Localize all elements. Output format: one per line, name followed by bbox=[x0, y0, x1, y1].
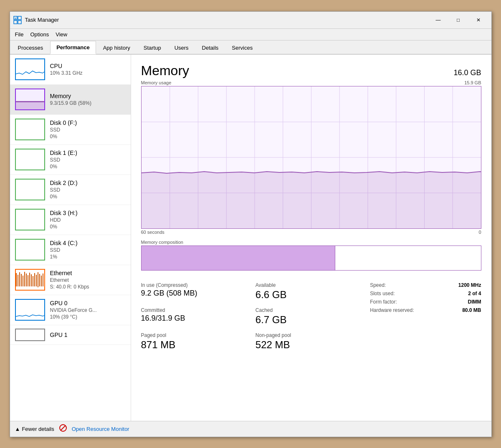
chart-main-area bbox=[142, 86, 481, 228]
svg-rect-28 bbox=[43, 273, 43, 286]
gpu0-thumbnail bbox=[15, 299, 45, 321]
disk4-mini-chart bbox=[16, 240, 44, 260]
tab-users[interactable]: Users bbox=[168, 41, 195, 54]
committed-value: 16.9/31.9 GB bbox=[141, 314, 252, 323]
tab-startup[interactable]: Startup bbox=[137, 41, 167, 54]
window-title: Task Manager bbox=[25, 17, 429, 23]
svg-rect-18 bbox=[26, 273, 27, 286]
disk2-name: Disk 2 (D:) bbox=[50, 180, 126, 186]
in-use-label: In use (Compressed) bbox=[141, 282, 252, 288]
maximize-button[interactable]: □ bbox=[449, 14, 468, 26]
committed-label: Committed bbox=[141, 307, 252, 313]
tab-bar: Processes Performance App history Startu… bbox=[10, 40, 491, 55]
memory-info: Memory 9.3/15.9 GB (58%) bbox=[50, 93, 126, 106]
disk3-thumbnail bbox=[15, 209, 45, 230]
slots-value: 2 of 4 bbox=[468, 291, 481, 296]
gpu0-info: GPU 0 NVIDIA GeForce G... 10% (39 °C) bbox=[50, 300, 126, 320]
time-start: 60 seconds bbox=[141, 230, 164, 235]
disk3-sub1: HDD bbox=[50, 217, 126, 223]
sidebar-scroll[interactable]: CPU 10% 3.31 GHz Memory 9.3 bbox=[10, 55, 131, 421]
resource-monitor-icon bbox=[59, 424, 67, 432]
svg-rect-23 bbox=[34, 273, 35, 286]
comp-available-segment bbox=[335, 246, 481, 270]
form-value: DIMM bbox=[468, 299, 481, 305]
in-use-value: 9.2 GB (508 MB) bbox=[141, 289, 252, 298]
svg-rect-1 bbox=[18, 16, 21, 20]
disk3-info: Disk 3 (H:) HDD 0% bbox=[50, 210, 126, 230]
bottom-bar: ▲ Fewer details Open Resource Monitor bbox=[10, 421, 491, 437]
form-item: Form factor: DIMM bbox=[370, 299, 481, 305]
open-resource-monitor-link[interactable]: Open Resource Monitor bbox=[72, 426, 129, 432]
svg-rect-22 bbox=[33, 276, 33, 286]
svg-rect-25 bbox=[38, 272, 38, 287]
paged-label: Paged pool bbox=[141, 332, 252, 338]
sidebar-item-cpu[interactable]: CPU 10% 3.31 GHz bbox=[10, 55, 131, 85]
sidebar-item-disk1[interactable]: Disk 1 (E:) SSD 0% bbox=[10, 145, 131, 175]
task-manager-window: Task Manager — □ ✕ File Options View Pro… bbox=[10, 11, 492, 437]
specs-group: Speed: 1200 MHz Slots used: 2 of 4 Form … bbox=[370, 282, 481, 351]
tab-performance[interactable]: Performance bbox=[50, 41, 96, 54]
disk3-sub2: 0% bbox=[50, 224, 126, 230]
tab-details[interactable]: Details bbox=[196, 41, 225, 54]
ethernet-name: Ethernet bbox=[50, 270, 126, 276]
memory-sub: 9.3/15.9 GB (58%) bbox=[50, 100, 126, 106]
composition-label: Memory composition bbox=[141, 240, 481, 245]
tab-processes[interactable]: Processes bbox=[12, 41, 50, 54]
svg-rect-20 bbox=[29, 273, 30, 286]
ethernet-sub1: Ethernet bbox=[50, 277, 126, 283]
svg-rect-26 bbox=[39, 274, 40, 286]
sidebar-item-gpu0[interactable]: GPU 0 NVIDIA GeForce G... 10% (39 °C) bbox=[10, 295, 131, 325]
svg-rect-21 bbox=[31, 274, 32, 286]
sidebar-item-disk4[interactable]: Disk 4 (C:) SSD 1% bbox=[10, 235, 131, 265]
sidebar-item-disk2[interactable]: Disk 2 (D:) SSD 0% bbox=[10, 175, 131, 205]
memory-total: 16.0 GB bbox=[453, 68, 481, 77]
ethernet-info: Ethernet Ethernet S: 40.0 R: 0 Kbps bbox=[50, 270, 126, 290]
stats-grid: In use (Compressed) 9.2 GB (508 MB) Avai… bbox=[141, 282, 481, 351]
tab-app-history[interactable]: App history bbox=[97, 41, 137, 54]
svg-rect-19 bbox=[28, 275, 28, 286]
sidebar-item-ethernet[interactable]: Ethernet Ethernet S: 40.0 R: 0 Kbps bbox=[10, 265, 131, 295]
slots-label: Slots used: bbox=[370, 291, 395, 296]
svg-line-45 bbox=[61, 425, 66, 430]
sidebar-item-gpu1[interactable]: GPU 1 bbox=[10, 325, 131, 345]
tab-services[interactable]: Services bbox=[225, 41, 259, 54]
stat-committed: Committed 16.9/31.9 GB bbox=[141, 307, 252, 326]
stat-in-use: In use (Compressed) 9.2 GB (508 MB) bbox=[141, 282, 252, 301]
minimize-button[interactable]: — bbox=[429, 14, 448, 26]
close-button[interactable]: ✕ bbox=[469, 14, 488, 26]
nonpaged-label: Non-paged pool bbox=[256, 332, 367, 338]
sidebar-item-disk0[interactable]: Disk 0 (F:) SSD 0% bbox=[10, 115, 131, 145]
speed-label: Speed: bbox=[370, 282, 386, 288]
usage-max: 15.9 GB bbox=[464, 80, 481, 85]
cached-value: 6.7 GB bbox=[256, 314, 367, 326]
form-label: Form factor: bbox=[370, 299, 397, 305]
memory-title: Memory bbox=[141, 63, 190, 78]
disk0-info: Disk 0 (F:) SSD 0% bbox=[50, 119, 126, 139]
sidebar-item-disk3[interactable]: Disk 3 (H:) HDD 0% bbox=[10, 205, 131, 235]
gpu0-name: GPU 0 bbox=[50, 300, 126, 306]
chart-time-row: 60 seconds 0 bbox=[141, 230, 481, 235]
right-panel: Memory 16.0 GB Memory usage 15.9 GB bbox=[131, 55, 491, 421]
disk2-thumbnail bbox=[15, 179, 45, 200]
disk3-name: Disk 3 (H:) bbox=[50, 210, 126, 216]
svg-rect-12 bbox=[16, 273, 17, 286]
disk0-name: Disk 0 (F:) bbox=[50, 119, 126, 126]
disk4-thumbnail bbox=[15, 239, 45, 261]
menu-file[interactable]: File bbox=[12, 30, 27, 39]
sidebar-item-memory[interactable]: Memory 9.3/15.9 GB (58%) bbox=[10, 85, 131, 115]
menu-options[interactable]: Options bbox=[27, 30, 52, 39]
stat-available: Available 6.6 GB bbox=[256, 282, 367, 301]
menu-view[interactable]: View bbox=[52, 30, 71, 39]
fewer-details-button[interactable]: ▲ Fewer details bbox=[15, 426, 54, 432]
reserved-item: Hardware reserved: 80.0 MB bbox=[370, 307, 481, 313]
disk4-info: Disk 4 (C:) SSD 1% bbox=[50, 240, 126, 260]
bottom-separator bbox=[59, 424, 67, 433]
main-content: CPU 10% 3.31 GHz Memory 9.3 bbox=[10, 55, 491, 421]
comp-used-segment bbox=[142, 246, 335, 270]
disk0-thumbnail bbox=[15, 119, 45, 140]
disk2-sub2: 0% bbox=[50, 194, 126, 200]
disk2-sub1: SSD bbox=[50, 187, 126, 193]
disk2-mini-chart bbox=[16, 180, 44, 200]
composition-bar bbox=[141, 246, 481, 271]
chart-svg bbox=[142, 86, 481, 228]
